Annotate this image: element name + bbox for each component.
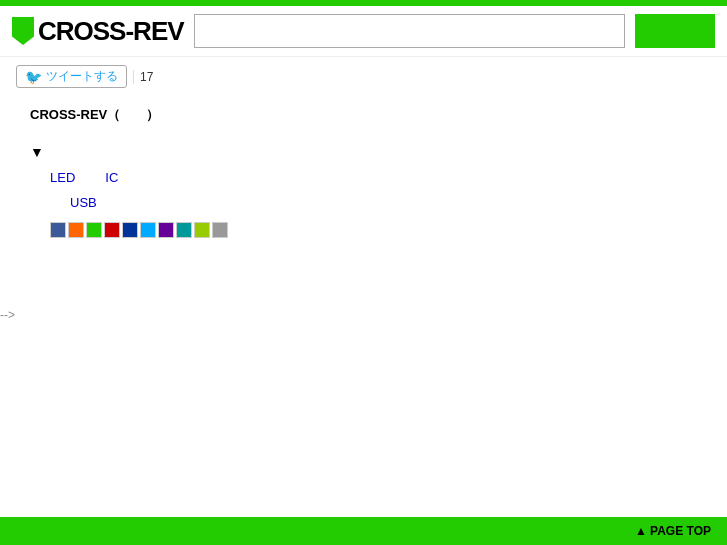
search-input[interactable] [194, 14, 625, 48]
main-content: CROSS-REV（ ） ▼ LED IC USB [0, 96, 727, 278]
logo-flag-icon [12, 17, 34, 45]
social-icon-5[interactable] [122, 222, 138, 238]
search-button[interactable] [635, 14, 715, 48]
tweet-count: 17 [133, 70, 153, 84]
social-icon-2[interactable] [68, 222, 84, 238]
social-icon-1[interactable] [50, 222, 66, 238]
nav-links: LED IC [50, 170, 697, 185]
social-icon-3[interactable] [86, 222, 102, 238]
social-icon-8[interactable] [176, 222, 192, 238]
logo-area[interactable]: CROSS-REV [12, 16, 184, 47]
social-icon-7[interactable] [158, 222, 174, 238]
triangle-marker: ▼ [30, 144, 697, 160]
site-title: CROSS-REV（ ） [30, 106, 697, 124]
tweet-bar: 🐦 ツイートする 17 [0, 57, 727, 96]
social-icons-row [50, 222, 697, 238]
nav-link-ic[interactable]: IC [105, 170, 118, 185]
social-icon-10[interactable] [212, 222, 228, 238]
social-icon-4[interactable] [104, 222, 120, 238]
social-icon-6[interactable] [140, 222, 156, 238]
twitter-icon: 🐦 [25, 69, 42, 85]
tweet-button[interactable]: 🐦 ツイートする [16, 65, 127, 88]
bottom-bar: ▲ PAGE TOP [0, 517, 727, 545]
nav-link-usb[interactable]: USB [70, 195, 97, 210]
logo-text[interactable]: CROSS-REV [38, 16, 184, 47]
page-top-button[interactable]: ▲ PAGE TOP [635, 524, 711, 538]
social-icon-9[interactable] [194, 222, 210, 238]
tweet-button-label: ツイートする [46, 68, 118, 85]
header: CROSS-REV [0, 6, 727, 57]
usb-link-row: USB [70, 195, 697, 210]
comment-marker: --> [0, 298, 727, 332]
nav-link-led[interactable]: LED [50, 170, 75, 185]
